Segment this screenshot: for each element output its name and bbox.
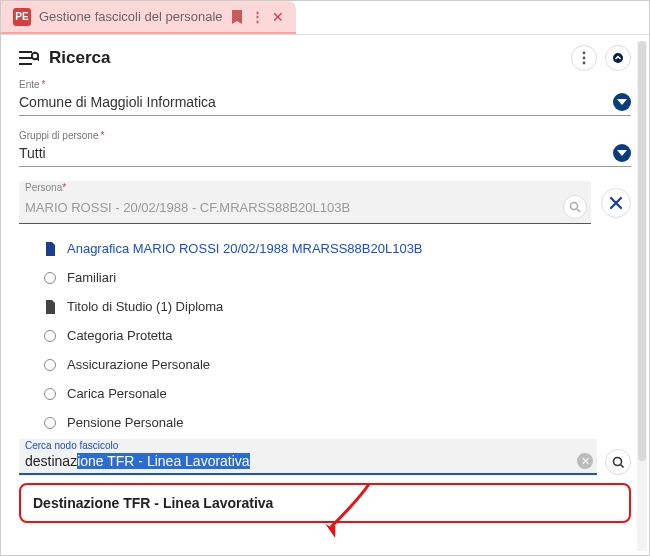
bookmark-icon[interactable]: [231, 10, 243, 24]
tree-item-label: Carica Personale: [67, 386, 167, 401]
gruppi-label: Gruppi di persone: [19, 130, 99, 141]
app-icon: PE: [13, 8, 31, 26]
svg-point-5: [571, 203, 578, 210]
tree-item-label: Pensione Personale: [67, 415, 183, 430]
ente-value: Comune di Maggioli Informatica: [19, 94, 216, 110]
header-menu-button[interactable]: [571, 45, 597, 71]
persona-value: MARIO ROSSI - 20/02/1988 - CF.MRARSS88B2…: [25, 200, 350, 215]
radio-icon: [43, 330, 57, 342]
tree-item-carica[interactable]: Carica Personale: [43, 379, 625, 408]
fascicolo-tree: Anagrafica MARIO ROSSI 20/02/1988 MRARSS…: [1, 230, 649, 437]
persona-clear-button[interactable]: [601, 188, 631, 218]
page-scrollbar[interactable]: [637, 41, 647, 551]
tab-title: Gestione fascicoli del personale: [39, 9, 223, 24]
svg-point-4: [613, 53, 623, 63]
file-icon: [43, 300, 57, 314]
required-marker: *: [101, 130, 105, 141]
radio-icon: [43, 359, 57, 371]
cerca-nodo-value: destinazione TFR - Linea Lavorativa: [25, 453, 250, 469]
tab-menu-icon[interactable]: ⋮: [251, 9, 264, 24]
dropdown-icon[interactable]: [613, 144, 631, 162]
search-suggestion[interactable]: Destinazione TFR - Linea Lavorativa: [19, 483, 631, 523]
app-tab[interactable]: PE Gestione fascicoli del personale ⋮ ✕: [1, 1, 296, 34]
dropdown-icon[interactable]: [613, 93, 631, 111]
tree-item-label: Titolo di Studio (1) Diploma: [67, 299, 223, 314]
svg-point-0: [32, 53, 38, 59]
required-marker: *: [42, 79, 46, 90]
cerca-nodo-search-button[interactable]: [605, 449, 631, 475]
tree-item-label: Categoria Protetta: [67, 328, 173, 343]
gruppi-value: Tutti: [19, 145, 46, 161]
header-collapse-button[interactable]: [605, 45, 631, 71]
required-marker: *: [62, 182, 66, 193]
ente-field[interactable]: Ente* Comune di Maggioli Informatica: [19, 79, 631, 116]
tree-item-pensione[interactable]: Pensione Personale: [43, 408, 625, 437]
persona-field[interactable]: Persona* MARIO ROSSI - 20/02/1988 - CF.M…: [19, 181, 591, 224]
tree-item-label: Familiari: [67, 270, 116, 285]
persona-search-icon[interactable]: [563, 195, 587, 219]
cerca-nodo-field[interactable]: Cerca nodo fascicolo destinazione TFR - …: [19, 439, 597, 475]
tree-item-label: Anagrafica MARIO ROSSI 20/02/1988 MRARSS…: [67, 241, 423, 256]
radio-icon: [43, 272, 57, 284]
svg-point-2: [583, 57, 586, 60]
tree-item-assicurazione[interactable]: Assicurazione Personale: [43, 350, 625, 379]
search-list-icon[interactable]: [19, 50, 39, 66]
tree-item-categoria-protetta[interactable]: Categoria Protetta: [43, 321, 625, 350]
clear-search-icon[interactable]: ✕: [577, 453, 593, 469]
svg-point-6: [613, 457, 621, 465]
radio-icon: [43, 388, 57, 400]
tree-item-anagrafica[interactable]: Anagrafica MARIO ROSSI 20/02/1988 MRARSS…: [43, 234, 625, 263]
radio-icon: [43, 417, 57, 429]
gruppi-field[interactable]: Gruppi di persone* Tutti: [19, 130, 631, 167]
svg-point-1: [583, 52, 586, 55]
cerca-nodo-label: Cerca nodo fascicolo: [25, 440, 118, 451]
tab-close-icon[interactable]: ✕: [272, 9, 284, 25]
tree-item-label: Assicurazione Personale: [67, 357, 210, 372]
tree-item-familiari[interactable]: Familiari: [43, 263, 625, 292]
suggestion-label: Destinazione TFR - Linea Lavorativa: [33, 495, 273, 511]
persona-label: Persona: [25, 182, 62, 193]
page-title: Ricerca: [49, 48, 110, 68]
tree-item-titolo-studio[interactable]: Titolo di Studio (1) Diploma: [43, 292, 625, 321]
document-icon: [43, 242, 57, 256]
ente-label: Ente: [19, 79, 40, 90]
svg-point-3: [583, 62, 586, 65]
